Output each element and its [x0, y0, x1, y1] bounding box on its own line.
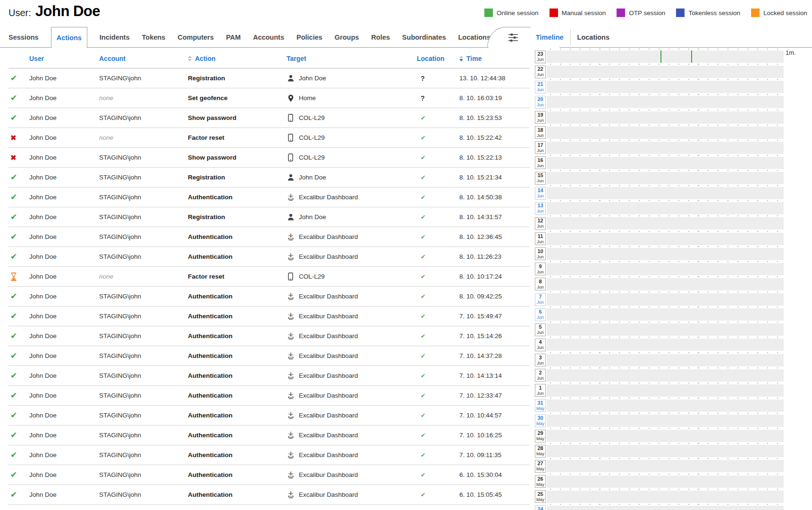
- tab-actions[interactable]: Actions: [51, 27, 87, 48]
- date-box[interactable]: 9 Jun: [535, 263, 546, 275]
- status-success-icon: ✔: [8, 371, 29, 381]
- date-box[interactable]: 8 Jun: [535, 278, 546, 290]
- date-box[interactable]: 13 Jun: [535, 202, 546, 215]
- day-band: [547, 263, 784, 275]
- table-row[interactable]: ✔ John Doe STAGING\john Authentication E…: [8, 366, 530, 386]
- table-row[interactable]: ✖ John Doe none Factor reset COL-L29 ✔ 8…: [8, 128, 530, 148]
- date-box[interactable]: 17 Jun: [535, 141, 546, 154]
- date-box[interactable]: 27 May: [535, 460, 546, 473]
- date-box[interactable]: 24 May: [535, 505, 546, 510]
- legend-label: Locked session: [763, 9, 807, 17]
- date-box[interactable]: 2 Jun: [535, 369, 546, 382]
- table-row[interactable]: ✔ John Doe STAGING\john Authentication E…: [8, 406, 530, 425]
- tab-tokens[interactable]: Tokens: [142, 27, 166, 48]
- status-success-icon: ✔: [8, 391, 29, 400]
- table-row[interactable]: ✔ John Doe STAGING\john Authentication E…: [8, 386, 530, 406]
- timeline-row: 29 May: [535, 427, 812, 442]
- account-cell: STAGING\john: [99, 253, 188, 260]
- tab-sessions[interactable]: Sessions: [8, 27, 39, 48]
- date-box[interactable]: 11 Jun: [535, 232, 546, 245]
- date-box[interactable]: 14 Jun: [535, 187, 546, 200]
- tab-groups[interactable]: Groups: [335, 27, 359, 48]
- tab-timeline[interactable]: Timeline: [536, 34, 564, 41]
- tab-locations[interactable]: Locations: [458, 27, 491, 48]
- tab-subordinates[interactable]: Subordinates: [402, 27, 446, 48]
- status-success-icon: ✔: [8, 252, 29, 262]
- table-row[interactable]: ✔ John Doe STAGING\john Authentication E…: [8, 425, 530, 445]
- target-label: Excalibur Dashboard: [299, 352, 358, 359]
- date-box[interactable]: 21 Jun: [535, 81, 546, 94]
- date-box[interactable]: 6 Jun: [535, 308, 546, 321]
- column-header-action[interactable]: Action: [188, 55, 287, 62]
- time-cell: 8. 10. 15:22:42: [459, 134, 530, 141]
- account-cell: STAGING\john: [99, 114, 188, 121]
- tab-computers[interactable]: Computers: [178, 27, 214, 48]
- table-row[interactable]: ✔ John Doe STAGING\john Authentication E…: [8, 346, 530, 366]
- account-cell: STAGING\john: [99, 432, 188, 439]
- date-box[interactable]: 28 May: [535, 445, 546, 458]
- status-success-icon: ✔: [8, 450, 29, 460]
- hour-ticks: [550, 246, 784, 247]
- date-box[interactable]: 7 Jun: [535, 293, 546, 306]
- hour-ticks: [550, 261, 784, 262]
- status-success-icon: ✔: [8, 93, 29, 103]
- column-header-time[interactable]: Time: [459, 55, 530, 62]
- timeline-row: 11 Jun: [535, 230, 812, 245]
- date-box[interactable]: 26 May: [535, 475, 546, 488]
- date-box[interactable]: 12 Jun: [535, 217, 546, 230]
- table-row[interactable]: ✔ John Doe STAGING\john Authentication E…: [8, 485, 530, 505]
- table-row[interactable]: ✔ John Doe none Set geofence Home ? 8. 1…: [8, 88, 530, 108]
- date-box[interactable]: 1 Jun: [535, 384, 546, 397]
- tab-incidents[interactable]: Incidents: [100, 27, 130, 48]
- table-row[interactable]: ✔ John Doe STAGING\john Authentication E…: [8, 326, 530, 346]
- table-row[interactable]: ✔ John Doe STAGING\john Authentication E…: [8, 247, 530, 267]
- table-row[interactable]: ✔ John Doe STAGING\john Registration Joh…: [8, 68, 530, 88]
- timeline-row: 23 Jun: [535, 48, 812, 63]
- table-row[interactable]: ✔ John Doe STAGING\john Authentication E…: [8, 306, 530, 326]
- date-box[interactable]: 16 Jun: [535, 156, 546, 169]
- account-cell: none: [99, 134, 188, 141]
- table-row[interactable]: ✔ John Doe STAGING\john Authentication E…: [8, 227, 530, 247]
- legend-item: Tokenless session: [676, 8, 740, 17]
- date-box[interactable]: 5 Jun: [535, 323, 546, 336]
- date-box[interactable]: 4 Jun: [535, 339, 546, 351]
- date-box[interactable]: 19 Jun: [535, 111, 546, 124]
- tab-locations-panel[interactable]: Locations: [577, 34, 609, 41]
- tab-accounts[interactable]: Accounts: [253, 27, 284, 48]
- table-row[interactable]: ✔ John Doe STAGING\john Show password CO…: [8, 108, 530, 128]
- account-cell: STAGING\john: [99, 154, 188, 161]
- date-box[interactable]: 3 Jun: [535, 354, 546, 366]
- user-cell: John Doe: [29, 352, 99, 359]
- table-row[interactable]: ✖ John Doe STAGING\john Show password CO…: [8, 148, 530, 168]
- target-label: COL-L29: [299, 154, 325, 161]
- date-box[interactable]: 23 Jun: [535, 51, 546, 63]
- date-box[interactable]: 30 May: [535, 415, 546, 427]
- date-box[interactable]: 29 May: [535, 430, 546, 442]
- table-row[interactable]: ✔ John Doe STAGING\john Authentication E…: [8, 465, 530, 485]
- table-row[interactable]: ✔ John Doe STAGING\john Authentication E…: [8, 287, 530, 306]
- date-box[interactable]: 25 May: [535, 490, 546, 503]
- date-box[interactable]: 10 Jun: [535, 247, 546, 260]
- target-cell: Excalibur Dashboard: [287, 332, 417, 340]
- date-box[interactable]: 15 Jun: [535, 172, 546, 185]
- table-row[interactable]: ✔ John Doe STAGING\john Authentication E…: [8, 445, 530, 465]
- table-row[interactable]: John Doe none Factor reset COL-L29 ✔ 8. …: [8, 267, 530, 287]
- excalibur-dashboard-icon: [287, 293, 295, 300]
- session-mark-online[interactable]: [691, 51, 692, 63]
- timeline-row: 19 Jun: [535, 109, 812, 124]
- tab-pam[interactable]: PAM: [226, 27, 241, 48]
- target-cell: Home: [287, 94, 417, 102]
- table-row[interactable]: ✔ John Doe STAGING\john Authentication E…: [8, 187, 530, 207]
- date-box[interactable]: 18 Jun: [535, 126, 546, 139]
- tab-roles[interactable]: Roles: [371, 27, 390, 48]
- date-box[interactable]: 22 Jun: [535, 66, 546, 78]
- table-row[interactable]: ✔ John Doe STAGING\john Registration Joh…: [8, 168, 530, 187]
- time-cell: 7. 10. 10:44:57: [459, 412, 530, 419]
- session-mark-online[interactable]: [660, 51, 661, 63]
- table-row[interactable]: ✔ John Doe STAGING\john Registration Joh…: [8, 207, 530, 227]
- target-label: Excalibur Dashboard: [299, 432, 358, 439]
- date-box[interactable]: 20 Jun: [535, 96, 546, 109]
- action-cell: Set geofence: [188, 94, 287, 102]
- date-box[interactable]: 31 May: [535, 399, 546, 412]
- tab-policies[interactable]: Policies: [296, 27, 322, 48]
